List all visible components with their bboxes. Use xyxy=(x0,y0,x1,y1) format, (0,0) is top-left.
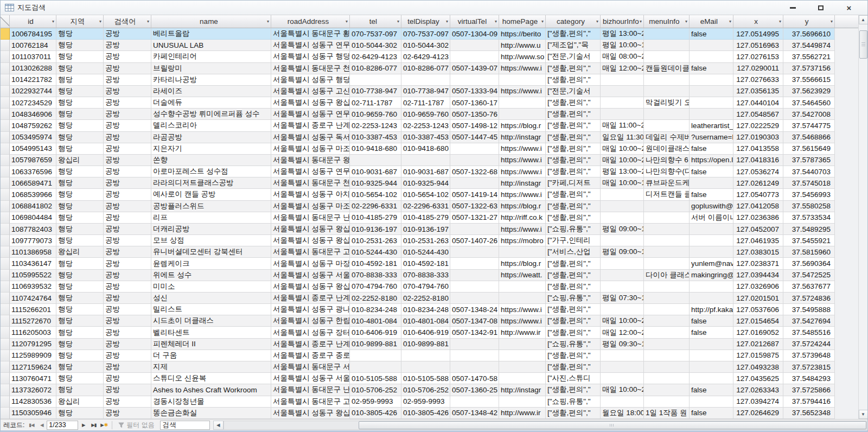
cell-vtel[interactable] xyxy=(450,224,499,235)
cell-cat[interactable]: ["생활,편의"," xyxy=(546,109,601,120)
cell-keyword[interactable]: 공방 xyxy=(104,155,151,166)
cell-tel[interactable]: 010-9659-760 xyxy=(350,109,401,120)
cell-road[interactable]: 서울특별시 성동구 왕십 xyxy=(271,224,350,235)
cell-tel[interactable]: 010-9031-687 xyxy=(350,166,401,177)
cell-name[interactable]: 경동시장청년몰 xyxy=(151,396,271,408)
cell-tel[interactable]: 010-4592-181 xyxy=(350,258,401,269)
cell-teld[interactable] xyxy=(401,350,450,361)
sort-filter-arrow-icon[interactable]: ▾ xyxy=(147,19,149,24)
cell-name[interactable]: 더캐리공방 xyxy=(151,224,271,235)
cell-email[interactable]: false xyxy=(690,408,733,419)
cell-name[interactable]: 베리트올람 xyxy=(151,28,271,40)
cell-cat[interactable]: ["생활,편의"," xyxy=(546,189,601,200)
cell-name[interactable]: 카페인테리어 xyxy=(151,51,271,62)
cell-x[interactable]: 127.0356135 xyxy=(733,86,783,97)
cell-menu[interactable]: 캔들원데이클 xyxy=(644,63,690,74)
cell-cat[interactable]: ["생활,편의"," xyxy=(546,281,601,293)
row-selector[interactable] xyxy=(1,212,10,224)
cell-keyword[interactable]: 공방 xyxy=(104,304,151,315)
cell-vtel[interactable]: 0507-1333-94 xyxy=(450,86,499,97)
cell-keyword[interactable]: 공방 xyxy=(104,177,151,189)
sort-filter-arrow-icon[interactable]: ▾ xyxy=(446,19,448,24)
cell-road[interactable]: 서울특별시 성동구 마장 xyxy=(271,258,350,269)
cell-vtel[interactable] xyxy=(450,361,499,373)
cell-biz[interactable]: 월요일 18:00~ xyxy=(601,408,644,419)
search-input[interactable] xyxy=(160,421,210,430)
cell-tel[interactable]: 02-6429-4123 xyxy=(350,51,401,62)
cell-email[interactable] xyxy=(690,339,733,350)
cell-tel[interactable]: 010-3387-453 xyxy=(350,132,401,143)
row-selector[interactable] xyxy=(1,63,10,74)
cell-teld[interactable]: 070-8838-333 xyxy=(401,270,450,281)
cell-road[interactable]: 서울특별시 동대문구 천 xyxy=(271,177,350,189)
cell-biz[interactable] xyxy=(601,270,644,281)
cell-menu[interactable]: 다이아 클래스 xyxy=(644,270,690,281)
cell-road[interactable]: 서울특별시 종로구 난계 xyxy=(271,293,350,304)
cell-home[interactable]: http://www.ir xyxy=(499,408,546,419)
cell-x[interactable]: 127.0261249 xyxy=(733,177,783,189)
cell-region[interactable]: 행당 xyxy=(56,281,104,293)
cell-cat[interactable]: ["생활,편의"," xyxy=(546,97,601,109)
cell-id[interactable]: 1127159624 xyxy=(10,361,56,373)
sort-filter-arrow-icon[interactable]: ▾ xyxy=(346,19,348,24)
cell-teld[interactable]: 010-9899-881 xyxy=(401,339,450,350)
cell-x[interactable]: 127.0516963 xyxy=(733,40,783,51)
cell-x[interactable]: 127.0276153 xyxy=(733,51,783,62)
cell-teld[interactable]: 010-5105-588 xyxy=(401,373,450,384)
cell-keyword[interactable]: 공방 xyxy=(104,224,151,235)
cell-email[interactable] xyxy=(690,246,733,258)
cell-cat[interactable]: ["생활,편의"," xyxy=(546,132,601,143)
row-selector[interactable] xyxy=(1,143,10,155)
cell-biz[interactable]: 평일 10:00~1 xyxy=(601,40,644,51)
cell-name[interactable]: UNUSUAL LAB xyxy=(151,40,271,51)
row-selector[interactable] xyxy=(1,293,10,304)
cell-y[interactable]: 37.5484293 xyxy=(783,373,835,384)
cell-home[interactable]: http://www.so xyxy=(499,51,546,62)
cell-id[interactable]: 1137326072 xyxy=(10,384,56,396)
row-selector[interactable] xyxy=(1,281,10,293)
cell-y[interactable]: 37.5440703 xyxy=(783,166,835,177)
cell-menu[interactable] xyxy=(644,293,690,304)
cell-email[interactable]: false xyxy=(690,28,733,40)
cell-menu[interactable] xyxy=(644,201,690,212)
cell-road[interactable]: 서울특별시 성동구 고신 xyxy=(271,86,350,97)
cell-road[interactable]: 서울특별시 성동구 행당 xyxy=(271,74,350,86)
vertical-scroll-thumb[interactable] xyxy=(859,30,867,59)
row-selector[interactable] xyxy=(1,28,10,40)
row-selector[interactable] xyxy=(1,109,10,120)
cell-y[interactable]: 37.5472525 xyxy=(783,270,835,281)
cell-y[interactable]: 37.5464560 xyxy=(783,97,835,109)
cell-teld[interactable] xyxy=(401,74,450,86)
cell-tel[interactable]: 010-5044-302 xyxy=(350,40,401,51)
cell-name[interactable]: 모브 상점 xyxy=(151,235,271,246)
cell-name[interactable]: 라라의디저트클래스공방 xyxy=(151,177,271,189)
cell-x[interactable]: 127.0418316 xyxy=(733,155,783,166)
cell-x[interactable]: 127.0159875 xyxy=(733,350,783,361)
cell-road[interactable]: 서울특별시 동대문구 난 xyxy=(271,212,350,224)
cell-cat[interactable]: ["쇼핑,유통"," xyxy=(546,293,601,304)
cell-menu[interactable]: 1일 1작품 원 xyxy=(644,408,690,419)
cell-biz[interactable] xyxy=(601,109,644,120)
record-position-input[interactable] xyxy=(47,421,78,430)
cell-home[interactable]: http://instagr xyxy=(499,384,546,396)
cell-tel[interactable]: 010-5706-252 xyxy=(350,384,401,396)
cell-region[interactable]: 행당 xyxy=(56,74,104,86)
cell-tel[interactable]: 010-4185-279 xyxy=(350,212,401,224)
cell-name[interactable]: 윤렘케이크 xyxy=(151,258,271,269)
cell-name[interactable]: 스튜디오 신윤복 xyxy=(151,373,271,384)
cell-menu[interactable] xyxy=(644,258,690,269)
cell-id[interactable]: 1142830536 xyxy=(10,396,56,408)
cell-region[interactable]: 행당 xyxy=(56,143,104,155)
cell-y[interactable]: 37.5580258 xyxy=(783,201,835,212)
cell-tel[interactable]: 02-2253-1243 xyxy=(350,120,401,131)
cell-menu[interactable] xyxy=(644,235,690,246)
cell-menu[interactable]: 막걸리빚기 오 xyxy=(644,97,690,109)
cell-keyword[interactable]: 공방 xyxy=(104,143,151,155)
cell-name[interactable]: 밀리스트 xyxy=(151,304,271,315)
cell-region[interactable]: 행당 xyxy=(56,97,104,109)
cell-name[interactable]: 시드초이 더클래스 xyxy=(151,315,271,327)
cell-id[interactable]: 100762184 xyxy=(10,40,56,51)
cell-road[interactable]: 서울특별시 성동구 한림 xyxy=(271,315,350,327)
cell-region[interactable]: 행당 xyxy=(56,304,104,315)
row-selector[interactable] xyxy=(1,350,10,361)
